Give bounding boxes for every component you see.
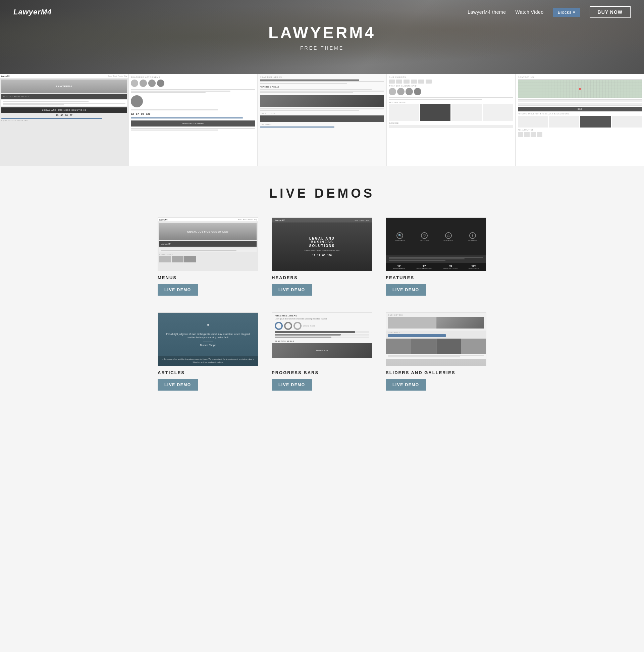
live-demo-button-menus[interactable]: LIVE DEMO (158, 284, 198, 296)
screenshot-thumb-1: LawyerM4 Home About Practice Blog LAWYER… (0, 74, 129, 166)
demo-card-features: 🔍 INVESTIGATION 🛡 PROTECTION ⚖ LEGAL ADV… (386, 217, 486, 296)
demo-label-sliders: SLIDERS AND GALLERIES (386, 370, 486, 375)
theme-link[interactable]: LawyerM4 theme (468, 9, 506, 15)
demo-thumb-headers: LawyerM4 Home Practice About LEGAL AND B… (272, 217, 372, 271)
demo-label-articles: ARTICLES (158, 370, 258, 375)
demo-label-features: FEATURES (386, 275, 486, 280)
live-demos-title: LIVE DEMOS (13, 186, 631, 201)
hero-title: LAWYERM4 (268, 24, 376, 42)
live-demo-button-progress[interactable]: LIVE DEMO (272, 379, 312, 390)
screenshots-strip: LawyerM4 Home About Practice Blog LAWYER… (0, 74, 644, 166)
live-demo-button-articles[interactable]: LIVE DEMO (158, 379, 198, 390)
screenshot-thumb-2: FEATURED ATTORNEYS 12 17 89 120 DOWNLOAD… (129, 74, 258, 166)
demo-thumb-sliders: OUR HISTORY OUR WORK (386, 313, 486, 366)
demos-grid: LawyerM4 Home About Practice Blog EQUAL … (158, 217, 486, 390)
buy-now-button[interactable]: BUY NOW (590, 6, 631, 18)
demo-card-sliders: OUR HISTORY OUR WORK (386, 313, 486, 390)
demo-thumb-menus: LawyerM4 Home About Practice Blog EQUAL … (158, 217, 258, 271)
watch-video-link[interactable]: Watch Video (515, 9, 544, 15)
demo-label-headers: HEADERS (272, 275, 372, 280)
live-demo-button-sliders[interactable]: LIVE DEMO (386, 379, 426, 390)
navbar-right: LawyerM4 theme Watch Video Blocks ▾ BUY … (468, 6, 631, 18)
screenshot-thumb-4: OUR CLIENTS WHAT OUR CLIENTS SAID PRICIN… (387, 74, 515, 166)
demo-card-menus: LawyerM4 Home About Practice Blog EQUAL … (158, 217, 258, 296)
demo-card-progress: PRACTICE AREAS Lorem ipsum dolor sit ame… (272, 313, 372, 390)
live-demos-section: LIVE DEMOS LawyerM4 Home About Practice … (0, 166, 644, 417)
demo-card-articles: " For all right judgment of man or thing… (158, 313, 258, 390)
demo-label-progress: PROGRESS BARS (272, 370, 372, 375)
screenshot-thumb-5: CONTACT US SEND PRICING TABLE WITH PARAL… (516, 74, 644, 166)
hero-content: LAWYERM4 FREE THEME (268, 24, 376, 51)
live-demo-button-headers[interactable]: LIVE DEMO (272, 284, 312, 296)
demo-thumb-progress: PRACTICE AREAS Lorem ipsum dolor sit ame… (272, 313, 372, 366)
hero-subtitle: FREE THEME (268, 45, 376, 51)
demo-label-menus: MENUS (158, 275, 258, 280)
screenshot-thumb-3: PRACTICE AREAS PRACTICE AREAS OUR ACTIVI… (258, 74, 387, 166)
live-demo-button-features[interactable]: LIVE DEMO (386, 284, 426, 296)
demo-card-headers: LawyerM4 Home Practice About LEGAL AND B… (272, 217, 372, 296)
blocks-dropdown-button[interactable]: Blocks ▾ (553, 8, 580, 17)
demo-thumb-articles: " For all right judgment of man or thing… (158, 313, 258, 366)
navbar: LawyerM4 LawyerM4 theme Watch Video Bloc… (0, 0, 644, 24)
navbar-logo: LawyerM4 (13, 8, 52, 17)
demo-thumb-features: 🔍 INVESTIGATION 🛡 PROTECTION ⚖ LEGAL ADV… (386, 217, 486, 271)
